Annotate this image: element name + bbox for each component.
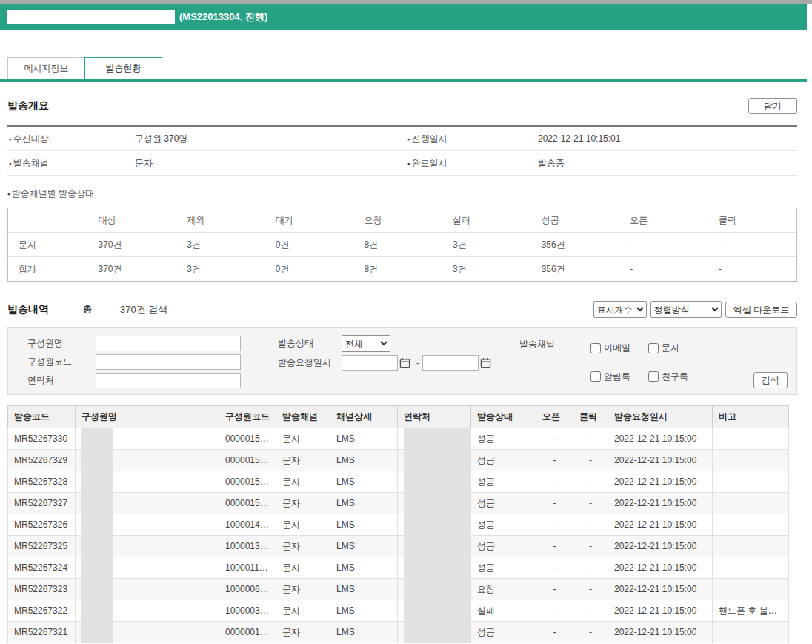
- field-label: 진행일시: [406, 133, 538, 145]
- member-code-input[interactable]: [96, 354, 241, 370]
- column-header: 발송상태: [471, 406, 536, 428]
- table-cell: -: [573, 536, 608, 557]
- redacted-text: [81, 493, 113, 514]
- table-cell: -: [536, 428, 573, 450]
- channel-checkbox-friendtalk[interactable]: 친구톡: [648, 365, 706, 389]
- table-cell: 0000001840: [219, 622, 276, 643]
- redacted-text: [81, 579, 113, 600]
- table-cell: [713, 493, 789, 514]
- overview-section-head: 발송개요 닫기: [7, 98, 797, 114]
- table-cell: 1000013260: [219, 536, 276, 557]
- table-cell: 성공: [471, 536, 536, 557]
- column-header: 구성원코드: [219, 406, 276, 428]
- channel-checkbox-alimtalk[interactable]: 알림톡: [590, 365, 648, 389]
- redacted-text: [81, 428, 113, 449]
- table-cell: 문자: [8, 233, 88, 257]
- table-cell: -: [536, 514, 573, 536]
- search-filter-panel: 구성원명 구성원코드 연락처 발송상태 전체 발송요청일시: [7, 327, 797, 395]
- table-row: MR522673300000015726문자LMS성공--2022-12-21 …: [8, 428, 789, 450]
- table-cell: 2022-12-21 10:15:00: [608, 493, 713, 514]
- table-cell: 2022-12-21 10:15:00: [608, 536, 713, 557]
- column-header: 제외: [176, 208, 265, 233]
- send-status-select[interactable]: 전체: [342, 335, 390, 352]
- member-name-label: 구성원명: [27, 337, 96, 350]
- excel-download-button[interactable]: 엑셀 다운로드: [725, 302, 797, 318]
- request-date-label: 발송요청일시: [278, 356, 342, 369]
- table-cell: 1000014737: [219, 514, 276, 536]
- calendar-icon[interactable]: [398, 357, 412, 368]
- filter-middle-column: 발송상태 전체 발송요청일시 -: [278, 335, 500, 388]
- column-header: 요청: [353, 208, 442, 233]
- channel-checkbox-sms[interactable]: 문자: [648, 336, 706, 360]
- table-cell: MR52267324: [8, 557, 76, 579]
- table-row: MR522673251000013260문자LMS성공--2022-12-21 …: [8, 536, 789, 557]
- column-header: 비고: [713, 406, 789, 428]
- member-name-input[interactable]: [96, 336, 241, 351]
- calendar-icon[interactable]: [479, 357, 493, 368]
- contact-input[interactable]: [96, 373, 241, 388]
- table-cell: -: [573, 622, 608, 643]
- table-cell: [398, 514, 471, 536]
- table-cell: 성공: [471, 493, 536, 514]
- table-cell: MR52267325: [8, 536, 76, 557]
- header-row: 대상제외대기요청실패성공오픈클릭: [8, 208, 797, 233]
- column-header: 클릭: [708, 208, 797, 233]
- table-cell: [398, 428, 471, 450]
- table-cell: -: [536, 622, 573, 643]
- table-row: 문자370건3건0건8건3건356건--: [8, 233, 797, 257]
- table-row: 합계370건3건0건8건3건356건--: [8, 257, 797, 282]
- column-header: 채널상세: [330, 406, 398, 428]
- tab-send-status[interactable]: 발송현황: [84, 57, 162, 79]
- table-cell: -: [536, 600, 573, 622]
- table-cell: [76, 600, 219, 622]
- table-cell: 성공: [471, 428, 536, 450]
- sms-checkbox[interactable]: [648, 343, 659, 353]
- request-date-from-input[interactable]: [342, 355, 398, 371]
- contact-label: 연락처: [27, 374, 96, 387]
- filter-right-column: 발송채널 이메일 문자 알림톡 친구톡: [519, 335, 788, 388]
- table-cell: 3건: [442, 257, 531, 282]
- table-cell: 2022-12-21 10:15:00: [608, 622, 713, 643]
- table-cell: -: [708, 233, 797, 257]
- table-cell: 2022-12-21 10:15:00: [608, 471, 713, 493]
- table-cell: 1000011307: [219, 557, 276, 579]
- table-cell: 문자: [276, 428, 330, 450]
- search-button[interactable]: 검색: [753, 372, 788, 388]
- email-checkbox[interactable]: [590, 343, 601, 353]
- column-header: 발송코드: [8, 406, 76, 428]
- table-cell: 문자: [276, 493, 330, 514]
- channel-checkbox-email[interactable]: 이메일: [590, 336, 648, 360]
- page-size-select[interactable]: 표시개수: [593, 301, 647, 318]
- field-label: 수신대상: [7, 133, 135, 145]
- table-cell: 문자: [276, 450, 330, 471]
- table-cell: 요청: [471, 579, 536, 600]
- checkbox-label: 친구톡: [662, 371, 688, 383]
- field-label: 발송채널: [7, 157, 135, 170]
- close-button[interactable]: 닫기: [748, 98, 797, 114]
- table-cell: MR52267323: [8, 579, 76, 600]
- table-cell: 핸드폰 호 불가 상태 ...: [713, 600, 789, 622]
- table-cell: MR52267327: [8, 493, 76, 514]
- friendtalk-checkbox[interactable]: [648, 371, 659, 382]
- column-header: 구성원명: [76, 406, 219, 428]
- table-cell: LMS: [330, 557, 398, 579]
- redacted-text: [404, 514, 471, 535]
- tab-message-info[interactable]: 메시지정보: [7, 57, 85, 79]
- table-cell: [398, 600, 471, 622]
- total-count: 370건 검색: [120, 303, 167, 316]
- alimtalk-checkbox[interactable]: [590, 371, 601, 382]
- table-cell: [713, 471, 789, 493]
- table-cell: -: [573, 600, 608, 622]
- sort-select[interactable]: 정렬방식: [650, 301, 722, 318]
- table-cell: 0000015290: [219, 471, 276, 493]
- message-id-title: (MS22013304, 진행): [179, 10, 267, 24]
- header-row: 발송코드구성원명구성원코드발송채널채널상세연락처발송상태오픈클릭발송요청일시비고: [8, 406, 789, 428]
- table-cell: [76, 428, 219, 450]
- request-date-to-input[interactable]: [422, 355, 479, 371]
- column-header: 성공: [531, 208, 620, 233]
- table-cell: 1000006789: [219, 579, 276, 600]
- redacted-text: [81, 622, 113, 643]
- column-header: 클릭: [573, 406, 608, 428]
- table-row: MR522673290000015499문자LMS성공--2022-12-21 …: [8, 450, 789, 471]
- table-cell: [76, 536, 219, 557]
